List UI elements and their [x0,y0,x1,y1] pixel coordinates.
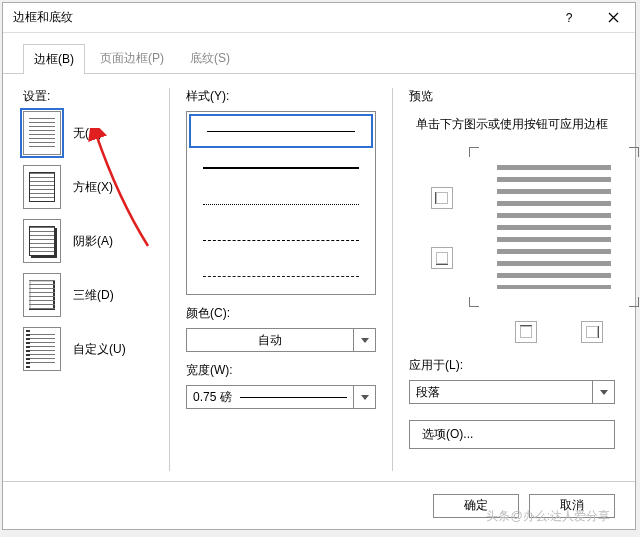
help-button[interactable]: ? [547,3,591,33]
setting-shadow-thumb [23,219,61,263]
setting-none[interactable]: 无(N) [23,111,153,155]
edge-button-top[interactable] [431,187,453,209]
setting-custom-label: 自定义(U) [73,341,126,358]
setting-shadow[interactable]: 阴影(A) [23,219,153,263]
width-label: 宽度(W): [186,362,376,379]
close-button[interactable] [591,3,635,33]
setting-3d[interactable]: 三维(D) [23,273,153,317]
close-icon [608,12,619,23]
settings-label: 设置: [23,88,153,105]
preview-label: 预览 [409,88,615,105]
style-solid[interactable] [189,114,373,148]
divider-1 [169,88,170,471]
color-combo-arrow[interactable] [353,329,375,351]
tab-page-borders[interactable]: 页面边框(P) [89,43,175,73]
tab-borders[interactable]: 边框(B) [23,44,85,74]
setting-box[interactable]: 方框(X) [23,165,153,209]
style-thick[interactable] [187,150,375,186]
style-column: 样式(Y): 颜色(C): 自动 宽度(W): 0.75 磅 [186,88,376,471]
tab-bar: 边框(B) 页面边框(P) 底纹(S) [3,33,635,74]
preview-column: 预览 单击下方图示或使用按钮可应用边框 应用于(L): 段落 选项(O)... [409,88,615,471]
style-dashdot[interactable] [187,258,375,294]
dialog-title: 边框和底纹 [13,9,547,26]
borders-shading-dialog: 边框和底纹 ? 边框(B) 页面边框(P) 底纹(S) 设置: 无(N) 方框(… [2,2,636,530]
chevron-down-icon [361,338,369,343]
preview-area [409,147,615,337]
style-label: 样式(Y): [186,88,376,105]
edge-button-left[interactable] [515,321,537,343]
divider-2 [392,88,393,471]
cancel-button[interactable]: 取消 [529,494,615,518]
apply-to-arrow[interactable] [592,381,614,403]
setting-3d-thumb [23,273,61,317]
preview-hint: 单击下方图示或使用按钮可应用边框 [409,115,615,133]
width-combo[interactable]: 0.75 磅 [186,385,376,409]
setting-custom[interactable]: 自定义(U) [23,327,153,371]
setting-shadow-label: 阴影(A) [73,233,113,250]
setting-box-thumb [23,165,61,209]
setting-3d-label: 三维(D) [73,287,114,304]
options-button[interactable]: 选项(O)... [409,420,615,449]
edge-button-bottom[interactable] [431,247,453,269]
setting-box-label: 方框(X) [73,179,113,196]
titlebar: 边框和底纹 ? [3,3,635,33]
apply-to-label: 应用于(L): [409,357,615,374]
style-dashed[interactable] [187,222,375,258]
setting-none-thumb [23,111,61,155]
color-combo[interactable]: 自动 [186,328,376,352]
settings-column: 设置: 无(N) 方框(X) 阴影(A) 三维(D) [23,88,153,471]
width-value: 0.75 磅 [187,389,353,406]
preview-page[interactable] [469,147,639,307]
dialog-footer: 确定 取消 [3,481,635,529]
chevron-down-icon [600,390,608,395]
color-value: 自动 [187,332,353,349]
apply-to-value: 段落 [410,384,592,401]
apply-to-combo[interactable]: 段落 [409,380,615,404]
ok-button[interactable]: 确定 [433,494,519,518]
color-label: 颜色(C): [186,305,376,322]
dialog-content: 设置: 无(N) 方框(X) 阴影(A) 三维(D) [3,74,635,481]
style-dotted[interactable] [187,186,375,222]
chevron-down-icon [361,395,369,400]
setting-none-label: 无(N) [73,125,102,142]
width-combo-arrow[interactable] [353,386,375,408]
style-listbox[interactable] [186,111,376,295]
tab-shading[interactable]: 底纹(S) [179,43,241,73]
edge-button-right[interactable] [581,321,603,343]
setting-custom-thumb [23,327,61,371]
